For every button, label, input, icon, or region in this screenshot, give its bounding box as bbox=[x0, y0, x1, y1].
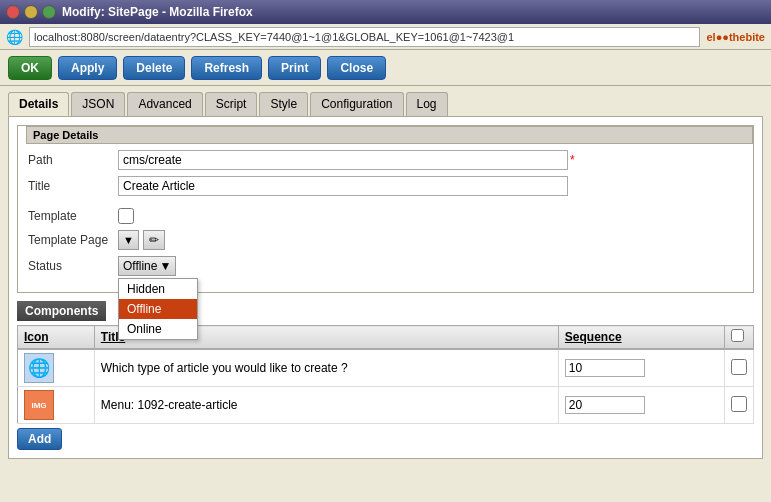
template-page-controls: ▼ ✏ bbox=[118, 230, 165, 250]
close-button[interactable]: Close bbox=[327, 56, 386, 80]
row1-title-cell: Which type of article you would like to … bbox=[94, 349, 558, 387]
row2-sequence-input[interactable] bbox=[565, 396, 645, 414]
status-arrow: ▼ bbox=[159, 259, 171, 273]
fieldset-legend: Page Details bbox=[26, 126, 753, 144]
template-page-edit[interactable]: ✏ bbox=[143, 230, 165, 250]
row1-check-cell bbox=[725, 349, 754, 387]
template-label: Template bbox=[28, 209, 118, 223]
status-row: Status Offline ▼ Hidden Offline Online bbox=[28, 256, 743, 276]
tab-panel-details: Page Details Path * Title Template bbox=[8, 116, 763, 459]
table-row: 🌐 Which type of article you would like t… bbox=[18, 349, 754, 387]
required-star: * bbox=[570, 153, 575, 167]
template-checkbox[interactable] bbox=[118, 208, 134, 224]
tab-configuration[interactable]: Configuration bbox=[310, 92, 403, 116]
status-container: Offline ▼ Hidden Offline Online bbox=[118, 256, 176, 276]
status-option-hidden[interactable]: Hidden bbox=[119, 279, 197, 299]
toolbar: OK Apply Delete Refresh Print Close bbox=[0, 50, 771, 86]
row2-icon: IMG bbox=[24, 390, 54, 420]
apply-button[interactable]: Apply bbox=[58, 56, 117, 80]
components-header: Components bbox=[17, 301, 106, 321]
template-row: Template bbox=[28, 208, 743, 224]
maximize-window-btn[interactable] bbox=[42, 5, 56, 19]
row1-checkbox[interactable] bbox=[731, 359, 747, 375]
status-option-offline[interactable]: Offline bbox=[119, 299, 197, 319]
title-label: Title bbox=[28, 179, 118, 193]
close-window-btn[interactable] bbox=[6, 5, 20, 19]
template-page-dropdown[interactable]: ▼ bbox=[118, 230, 139, 250]
path-label: Path bbox=[28, 153, 118, 167]
address-input[interactable] bbox=[29, 27, 700, 47]
titlebar: Modify: SitePage - Mozilla Firefox bbox=[0, 0, 771, 24]
row1-seq-cell bbox=[558, 349, 724, 387]
row1-sequence-input[interactable] bbox=[565, 359, 645, 377]
status-label: Status bbox=[28, 259, 118, 273]
title-row: Title bbox=[28, 176, 743, 196]
row2-seq-cell bbox=[558, 387, 724, 424]
table-row: IMG Menu: 1092-create-article bbox=[18, 387, 754, 424]
tab-bar: Details JSON Advanced Script Style Confi… bbox=[8, 92, 763, 116]
minimize-window-btn[interactable] bbox=[24, 5, 38, 19]
row2-title-cell: Menu: 1092-create-article bbox=[94, 387, 558, 424]
path-row: Path * bbox=[28, 150, 743, 170]
tab-json[interactable]: JSON bbox=[71, 92, 125, 116]
status-select[interactable]: Offline ▼ bbox=[118, 256, 176, 276]
tab-details[interactable]: Details bbox=[8, 92, 69, 116]
col-checkbox bbox=[725, 326, 754, 350]
status-dropdown: Hidden Offline Online bbox=[118, 278, 198, 340]
fieldset-content: Path * Title Template Te bbox=[18, 144, 753, 292]
template-page-label: Template Page bbox=[28, 233, 118, 247]
row2-checkbox[interactable] bbox=[731, 396, 747, 412]
row1-title: Which type of article you would like to … bbox=[101, 361, 348, 375]
select-all-checkbox[interactable] bbox=[731, 329, 744, 342]
window-title: Modify: SitePage - Mozilla Firefox bbox=[62, 5, 253, 19]
template-page-row: Template Page ▼ ✏ bbox=[28, 230, 743, 250]
ok-button[interactable]: OK bbox=[8, 56, 52, 80]
print-button[interactable]: Print bbox=[268, 56, 321, 80]
address-icon: 🌐 bbox=[6, 29, 23, 45]
page-details-fieldset: Page Details Path * Title Template bbox=[17, 125, 754, 293]
row1-icon: 🌐 bbox=[24, 353, 54, 383]
tab-script[interactable]: Script bbox=[205, 92, 258, 116]
site-logo: el●●thebite bbox=[706, 31, 765, 43]
status-option-online[interactable]: Online bbox=[119, 319, 197, 339]
tab-advanced[interactable]: Advanced bbox=[127, 92, 202, 116]
title-input[interactable] bbox=[118, 176, 568, 196]
path-input[interactable] bbox=[118, 150, 568, 170]
window-controls[interactable] bbox=[6, 5, 56, 19]
status-value: Offline bbox=[123, 259, 157, 273]
refresh-button[interactable]: Refresh bbox=[191, 56, 262, 80]
row2-check-cell bbox=[725, 387, 754, 424]
tab-log[interactable]: Log bbox=[406, 92, 448, 116]
col-sequence: Sequence bbox=[558, 326, 724, 350]
col-icon: Icon bbox=[18, 326, 95, 350]
row1-icon-cell: 🌐 bbox=[18, 349, 95, 387]
delete-button[interactable]: Delete bbox=[123, 56, 185, 80]
row2-title: Menu: 1092-create-article bbox=[101, 398, 238, 412]
tab-style[interactable]: Style bbox=[259, 92, 308, 116]
add-button[interactable]: Add bbox=[17, 428, 62, 450]
addressbar: 🌐 el●●thebite bbox=[0, 24, 771, 50]
main-content: Details JSON Advanced Script Style Confi… bbox=[0, 86, 771, 502]
row2-icon-cell: IMG bbox=[18, 387, 95, 424]
